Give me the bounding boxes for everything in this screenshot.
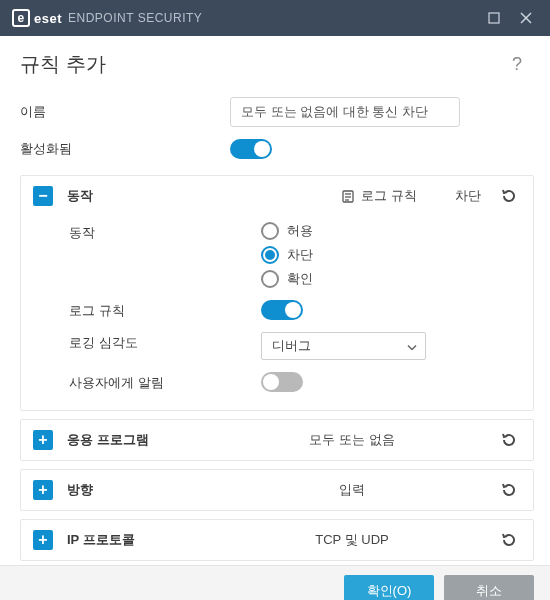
badge-log: 로그 규칙 [341, 187, 417, 205]
maximize-icon [488, 12, 500, 24]
close-icon [520, 12, 532, 24]
row-enabled: 활성화됨 [20, 133, 534, 165]
panel-behavior: − 동작 로그 규칙 차단 동작 [20, 175, 534, 411]
cancel-button[interactable]: 취소 [444, 575, 534, 601]
notify-toggle[interactable] [261, 372, 303, 392]
badge-action: 차단 [455, 187, 481, 205]
maximize-button[interactable] [478, 4, 510, 32]
clipboard-icon [341, 189, 355, 203]
brand-text: eset [34, 11, 62, 26]
panel-application-header[interactable]: + 응용 프로그램 모두 또는 없음 [21, 420, 533, 460]
scroll-area[interactable]: 이름 활성화됨 − 동작 로그 규칙 차단 [0, 87, 550, 565]
page-title: 규칙 추가 [20, 51, 504, 78]
revert-direction[interactable] [497, 481, 521, 499]
close-button[interactable] [510, 4, 542, 32]
log-toggle[interactable] [261, 300, 303, 320]
application-summary: 모두 또는 없음 [207, 431, 497, 449]
revert-behavior[interactable] [497, 187, 521, 205]
radio-block[interactable]: 차단 [261, 246, 519, 264]
protocol-summary: TCP 및 UDP [207, 531, 497, 549]
panel-behavior-title: 동작 [67, 187, 207, 205]
svg-rect-0 [489, 13, 499, 23]
direction-summary: 입력 [207, 481, 497, 499]
chevron-down-icon [407, 339, 417, 354]
page-header: 규칙 추가 ? [0, 36, 550, 87]
panel-direction: + 방향 입력 [20, 469, 534, 511]
row-severity: 로깅 심각도 디버그 [69, 326, 519, 366]
revert-protocol[interactable] [497, 531, 521, 549]
severity-label: 로깅 심각도 [69, 332, 261, 352]
panel-direction-title: 방향 [67, 481, 207, 499]
severity-value: 디버그 [272, 337, 311, 355]
row-notify: 사용자에게 알림 [69, 366, 519, 398]
panel-application: + 응용 프로그램 모두 또는 없음 [20, 419, 534, 461]
radio-ask[interactable]: 확인 [261, 270, 519, 288]
row-name: 이름 [20, 91, 534, 133]
brand-subtitle: ENDPOINT SECURITY [68, 11, 202, 25]
collapse-icon: − [33, 186, 53, 206]
log-label: 로그 규칙 [69, 300, 261, 320]
notify-label: 사용자에게 알림 [69, 372, 261, 392]
panel-protocol: + IP 프로토콜 TCP 및 UDP [20, 519, 534, 561]
help-button[interactable]: ? [504, 50, 530, 79]
panel-behavior-header[interactable]: − 동작 로그 규칙 차단 [21, 176, 533, 216]
action-label: 동작 [69, 222, 261, 242]
panel-application-title: 응용 프로그램 [67, 431, 207, 449]
panel-protocol-header[interactable]: + IP 프로토콜 TCP 및 UDP [21, 520, 533, 560]
radio-allow[interactable]: 허용 [261, 222, 519, 240]
ok-button[interactable]: 확인(O) [344, 575, 434, 601]
severity-select[interactable]: 디버그 [261, 332, 426, 360]
panel-direction-header[interactable]: + 방향 입력 [21, 470, 533, 510]
revert-application[interactable] [497, 431, 521, 449]
name-label: 이름 [20, 103, 230, 121]
expand-icon: + [33, 530, 53, 550]
window-titlebar: e eset ENDPOINT SECURITY [0, 0, 550, 36]
brand: e eset [12, 9, 62, 27]
expand-icon: + [33, 430, 53, 450]
expand-icon: + [33, 480, 53, 500]
footer: 확인(O) 취소 [0, 565, 550, 600]
row-log: 로그 규칙 [69, 294, 519, 326]
brand-logo: e [12, 9, 30, 27]
panel-protocol-title: IP 프로토콜 [67, 531, 207, 549]
name-input[interactable] [230, 97, 460, 127]
enabled-toggle[interactable] [230, 139, 272, 159]
enabled-label: 활성화됨 [20, 140, 230, 158]
action-radio-group: 허용 차단 확인 [261, 222, 519, 288]
row-action: 동작 허용 차단 확인 [69, 216, 519, 294]
